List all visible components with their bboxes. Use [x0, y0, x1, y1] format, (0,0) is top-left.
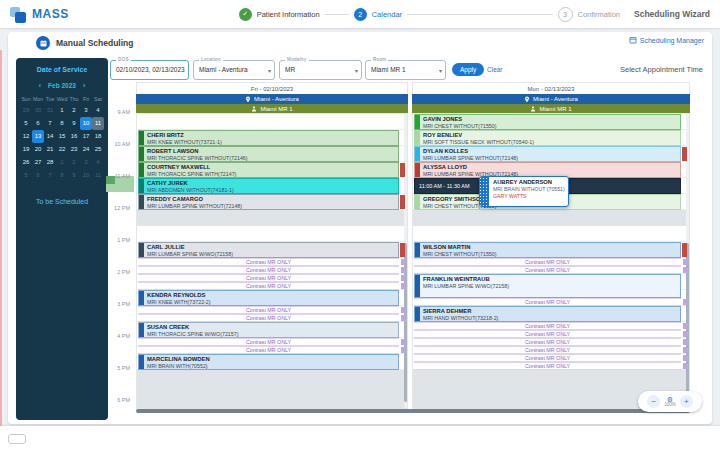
calendar-day[interactable]: 4	[92, 156, 104, 169]
contrast-slot[interactable]: Contrast MR ONLY	[138, 258, 399, 266]
prev-month-chevron[interactable]: ‹	[39, 82, 41, 89]
calendar-day[interactable]: 2	[68, 156, 80, 169]
calendar-day[interactable]: 27	[32, 156, 44, 169]
contrast-slot[interactable]: Contrast MR ONLY	[414, 258, 681, 266]
calendar-day[interactable]: 6	[32, 117, 44, 130]
calendar-day[interactable]: 31	[44, 104, 56, 117]
calendar-day[interactable]: 7	[44, 117, 56, 130]
contrast-slot[interactable]: Contrast MR ONLY	[414, 266, 681, 274]
step-2-circle[interactable]: 2	[354, 8, 367, 21]
calendar-day[interactable]: 16	[68, 130, 80, 143]
contrast-slot[interactable]: Contrast MR ONLY	[414, 338, 681, 346]
appointment-block[interactable]: COURTNEY MAXWELLMRI THORACIC SPINE WITH(…	[138, 162, 399, 178]
calendar-day[interactable]: 24	[80, 143, 92, 156]
contrast-slot[interactable]: Contrast MR ONLY	[138, 282, 399, 290]
contrast-marker	[401, 347, 406, 353]
calendar-day[interactable]: 10	[80, 169, 92, 182]
calendar-day[interactable]: 4	[92, 104, 104, 117]
step-patient-information[interactable]: Patient Information	[257, 10, 320, 19]
calendar-day[interactable]: 11	[92, 169, 104, 182]
step-3-circle[interactable]: 3	[558, 7, 573, 22]
calendar-day[interactable]: 17	[80, 130, 92, 143]
time-label: 2 PM	[117, 269, 130, 275]
to-be-scheduled-link[interactable]: To be Scheduled	[16, 198, 108, 205]
back-button[interactable]	[8, 434, 26, 444]
step-done-check-icon[interactable]: ✓	[239, 8, 252, 21]
calendar-day[interactable]: 11	[92, 117, 104, 130]
step-calendar[interactable]: Calendar	[372, 10, 402, 19]
calendar-day[interactable]: 7	[44, 169, 56, 182]
calendar-day[interactable]: 25	[92, 143, 104, 156]
contrast-slot[interactable]: Contrast MR ONLY	[138, 306, 399, 314]
calendar-day[interactable]: 12	[20, 130, 32, 143]
appointment-popup[interactable]: AUBREY ANDERSON MRI BRAIN WITHOUT (70551…	[479, 176, 569, 207]
calendar-day[interactable]: 3	[80, 156, 92, 169]
appointment-block[interactable]: GAVIN JONESMRI CHEST WITHOUT(71550)	[414, 114, 681, 130]
contrast-slot[interactable]: Contrast MR ONLY	[414, 354, 681, 362]
appointment-block[interactable]: ROBERT LAWSONMRI THORACIC SPINE WITHOUT(…	[138, 146, 399, 162]
calendar-day[interactable]: 28	[44, 156, 56, 169]
appointment-block[interactable]: WILSON MARTINMRI CHEST WITHOUT(71550)	[414, 242, 681, 258]
calendar-day[interactable]: 8	[56, 117, 68, 130]
contrast-slot[interactable]: Contrast MR ONLY	[138, 338, 399, 346]
step-confirmation[interactable]: Confirmation	[578, 10, 621, 19]
calendar-day[interactable]: 20	[32, 143, 44, 156]
calendar-day[interactable]: 5	[20, 117, 32, 130]
calendar-day[interactable]: 29	[20, 104, 32, 117]
appointment-block[interactable]: DYLAN KOLLESMRI LUMBAR SPINE WITHOUT(721…	[414, 146, 681, 162]
appointment-block[interactable]: MARCELINA BOWDENMRI BRAIN WITH(70552)	[138, 354, 399, 370]
appointment-block[interactable]: FRANKLIN WEINTRAUBMRI LUMBAR SPINE W/WO(…	[414, 274, 681, 298]
calendar-day[interactable]: 6	[32, 169, 44, 182]
calendar-day[interactable]: 14	[44, 130, 56, 143]
next-month-chevron[interactable]: ›	[83, 82, 85, 89]
calendar-day[interactable]: 19	[20, 143, 32, 156]
calendar-day[interactable]: 5	[20, 169, 32, 182]
appointment-block[interactable]: CATHY JUREKMRI ABDOMEN WITHOUT(74181-1)	[138, 178, 399, 194]
appointment-block[interactable]: ROY BENLIEVMRI SOFT TISSUE NECK WITHOUT(…	[414, 130, 681, 146]
modality-select[interactable]: Modality MR ▾	[279, 60, 362, 80]
calendar-day[interactable]: 1	[56, 156, 68, 169]
room-select[interactable]: Room Miami MR 1 ▾	[365, 60, 446, 80]
appointment-block[interactable]: SUSAN CREEKMRI THORACIC SPINE W/WO(72157…	[138, 322, 399, 338]
contrast-slot[interactable]: Contrast MR ONLY	[138, 274, 399, 282]
calendar-day[interactable]: 30	[32, 104, 44, 117]
scheduling-manager-link[interactable]: Scheduling Manager	[629, 36, 704, 44]
location-select[interactable]: Location Miami - Aventura ▾	[193, 60, 275, 80]
contrast-slot[interactable]: Contrast MR ONLY	[414, 322, 681, 330]
calendar-day[interactable]: 8	[56, 169, 68, 182]
calendar-day[interactable]: 1	[56, 104, 68, 117]
contrast-marker	[683, 323, 688, 329]
appointment-block[interactable]: CARL JULLIEMRI LUMBAR SPINE W/WO(72158)	[138, 242, 399, 258]
clear-link[interactable]: Clear	[487, 66, 503, 73]
drag-handle-icon[interactable]	[480, 177, 489, 206]
appointment-block[interactable]: KENDRA REYNOLDSMRI KNEE WITH(73722-2)	[138, 290, 399, 306]
contrast-slot[interactable]: Contrast MR ONLY	[414, 346, 681, 354]
calendar-day[interactable]: 18	[92, 130, 104, 143]
calendar-day[interactable]: 9	[68, 117, 80, 130]
contrast-slot[interactable]: Contrast MR ONLY	[414, 362, 681, 370]
appointment-block[interactable]: SIERRA DEHMERMRI HAND WITHOUT(73218-2)	[414, 306, 681, 322]
contrast-slot[interactable]: Contrast MR ONLY	[138, 314, 399, 322]
contrast-slot[interactable]: Contrast MR ONLY	[414, 330, 681, 338]
zoom-out-button[interactable]: −	[647, 395, 660, 408]
dos-field[interactable]: DOS 02/10/2023, 02/13/2023	[110, 60, 189, 80]
contrast-slot[interactable]: Contrast MR ONLY	[414, 298, 681, 306]
contrast-slot[interactable]: Contrast MR ONLY	[138, 266, 399, 274]
zoom-in-button[interactable]: +	[680, 395, 693, 408]
appointment-block[interactable]: FREDDY CAMARGOMRI LUMBAR SPINE WITHOUT(7…	[138, 194, 399, 210]
calendar-day[interactable]: 3	[80, 104, 92, 117]
contrast-slot[interactable]: Contrast MR ONLY	[138, 346, 399, 354]
location-label: Location	[199, 57, 223, 62]
calendar-day[interactable]: 21	[44, 143, 56, 156]
calendar-day[interactable]: 15	[56, 130, 68, 143]
calendar-day[interactable]: 22	[56, 143, 68, 156]
calendar-day[interactable]: 26	[20, 156, 32, 169]
calendar-day[interactable]: 2	[68, 104, 80, 117]
calendar-day[interactable]: 10	[80, 117, 92, 130]
calendar-day[interactable]: 23	[68, 143, 80, 156]
calendar-day[interactable]: 13	[32, 130, 44, 143]
apply-button[interactable]: Apply	[452, 63, 484, 76]
horizontal-scrollbar[interactable]	[136, 409, 690, 413]
calendar-day[interactable]: 9	[68, 169, 80, 182]
appointment-block[interactable]: CHERI BRITZMRI KNEE WITHOUT(73721-1)	[138, 130, 399, 146]
